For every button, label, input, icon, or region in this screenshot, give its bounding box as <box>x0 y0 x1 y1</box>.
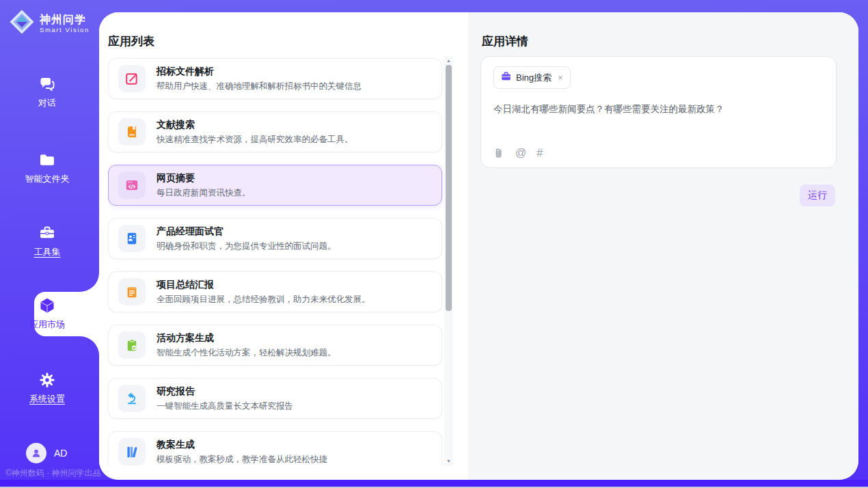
app-card-literature-search[interactable]: 文献搜索 快速精准查找学术资源，提高研究效率的必备工具。 <box>108 111 442 152</box>
app-card-event-plan[interactable]: 活动方案生成 智能生成个性化活动方案，轻松解决规划难题。 <box>108 325 442 366</box>
app-card-description: 智能生成个性化活动方案，轻松解决规划难题。 <box>157 347 336 359</box>
app-list-panel: 应用列表 招标文件解析 帮助用户快速、准确地理解和解析招标书中的关键信息 <box>99 12 468 480</box>
app-card-description: 快速精准查找学术资源，提高研究效率的必备工具。 <box>157 134 353 146</box>
app-card-bid-parse[interactable]: 招标文件解析 帮助用户快速、准确地理解和解析招标书中的关键信息 <box>108 58 442 99</box>
diamond-logo-icon <box>9 9 35 38</box>
app-card-title: 项目总结汇报 <box>157 279 370 290</box>
logo-subtitle: Smart Vision <box>40 26 90 33</box>
document-edit-icon <box>118 65 146 92</box>
app-card-lesson-plan[interactable]: 教案生成 模板驱动，教案秒成，教学准备从此轻松快捷 <box>108 431 442 466</box>
sidebar-item-smart-folder[interactable]: 智能文件夹 <box>0 151 94 185</box>
tool-tag-label: Bing搜索 <box>516 72 552 84</box>
app-card-description: 明确身份和职责，为您提供专业性的面试问题。 <box>157 241 336 252</box>
books-icon <box>118 438 146 465</box>
bottom-accent-bar <box>0 480 868 487</box>
app-list-scrollbar[interactable]: ▲ ▼ <box>444 56 453 466</box>
copyright-text: ©神州数码 · 神州问学出品 <box>5 467 101 479</box>
input-toolbar: @ # <box>493 146 543 160</box>
app-card-title: 活动方案生成 <box>157 332 336 344</box>
sidebar-item-chat[interactable]: 对话 <box>0 75 94 109</box>
mention-icon[interactable]: @ <box>515 146 526 160</box>
attachment-icon[interactable] <box>493 147 505 159</box>
app-card-description: 模板驱动，教案秒成，教学准备从此轻松快捷 <box>157 454 327 465</box>
app-logo: 神州问学 Smart Vision <box>9 9 90 38</box>
gear-icon <box>0 371 94 389</box>
app-card-web-summary[interactable]: 网页摘要 每日政府新闻资讯快查。 <box>108 165 442 206</box>
scroll-down-icon[interactable]: ▼ <box>444 457 453 465</box>
sidebar-item-label: 智能文件夹 <box>0 173 94 185</box>
sidebar-item-label: 工具集 <box>0 246 94 258</box>
logo-title: 神州问学 <box>40 13 90 26</box>
app-detail-panel: 应用详情 Bing搜索 × 今日湖北有哪些新闻要点？有哪些需要关注的最新政策？ <box>468 12 858 480</box>
app-card-title: 网页摘要 <box>157 172 251 184</box>
app-card-description: 全面回顾项目进展，总结经验教训，助力未来优化发展。 <box>157 294 370 306</box>
chat-icon <box>0 75 94 93</box>
microscope-icon <box>118 385 146 412</box>
briefcase-icon <box>501 71 511 84</box>
app-card-title: 招标文件解析 <box>157 66 362 77</box>
app-card-pm-interviewer[interactable]: 产品经理面试官 明确身份和职责，为您提供专业性的面试问题。 <box>108 218 442 259</box>
main-content: 应用列表 招标文件解析 帮助用户快速、准确地理解和解析招标书中的关键信息 <box>99 12 858 480</box>
sidebar: 神州问学 Smart Vision 对话 智能文件夹 <box>0 0 99 480</box>
sidebar-item-label: 系统设置 <box>0 393 94 405</box>
app-card-description: 帮助用户快速、准确地理解和解析招标书中的关键信息 <box>157 81 362 92</box>
folder-icon <box>0 151 94 169</box>
remove-tag-icon[interactable]: × <box>558 72 563 83</box>
prompt-input-card[interactable]: Bing搜索 × 今日湖北有哪些新闻要点？有哪些需要关注的最新政策？ @ # <box>480 56 837 168</box>
app-card-description: 每日政府新闻资讯快查。 <box>157 187 251 199</box>
tool-tag-bing-search[interactable]: Bing搜索 × <box>493 66 571 89</box>
app-detail-title: 应用详情 <box>482 33 528 49</box>
prompt-text-input[interactable]: 今日湖北有哪些新闻要点？有哪些需要关注的最新政策？ <box>493 103 825 116</box>
resume-icon <box>118 225 146 252</box>
hash-icon[interactable]: # <box>537 146 543 160</box>
scroll-up-icon[interactable]: ▲ <box>444 57 453 65</box>
clipboard-check-icon <box>118 331 146 359</box>
browser-code-icon <box>118 172 146 199</box>
app-card-title: 研究报告 <box>157 385 293 397</box>
app-card-title: 文献搜索 <box>157 119 353 131</box>
user-account[interactable]: AD <box>26 443 67 463</box>
run-button[interactable]: 运行 <box>800 185 835 206</box>
sidebar-item-label: 对话 <box>0 97 94 109</box>
app-card-research-report[interactable]: 研究报告 一键智能生成高质量长文本研究报告 <box>108 378 442 419</box>
app-list-scroll-area: 招标文件解析 帮助用户快速、准确地理解和解析招标书中的关键信息 文献搜索 快速精… <box>108 58 444 466</box>
sidebar-item-settings[interactable]: 系统设置 <box>0 371 94 405</box>
sidebar-item-toolset[interactable]: 工具集 <box>0 224 94 258</box>
avatar <box>26 443 46 463</box>
sidebar-item-app-market[interactable]: 应用市场 <box>0 297 94 331</box>
app-card-description: 一键智能生成高质量长文本研究报告 <box>157 401 293 412</box>
app-card-project-report[interactable]: 项目总结汇报 全面回顾项目进展，总结经验教训，助力未来优化发展。 <box>108 271 442 312</box>
sidebar-item-label: 应用市场 <box>0 318 94 331</box>
scrollbar-thumb[interactable] <box>446 65 452 311</box>
user-initials: AD <box>54 448 67 459</box>
app-card-title: 产品经理面试官 <box>157 226 336 237</box>
toolbox-icon <box>0 224 94 242</box>
book-icon <box>118 118 146 146</box>
notepad-icon <box>118 278 146 306</box>
cube-icon <box>0 297 94 314</box>
app-list-title: 应用列表 <box>108 33 154 49</box>
app-card-title: 教案生成 <box>157 439 327 450</box>
